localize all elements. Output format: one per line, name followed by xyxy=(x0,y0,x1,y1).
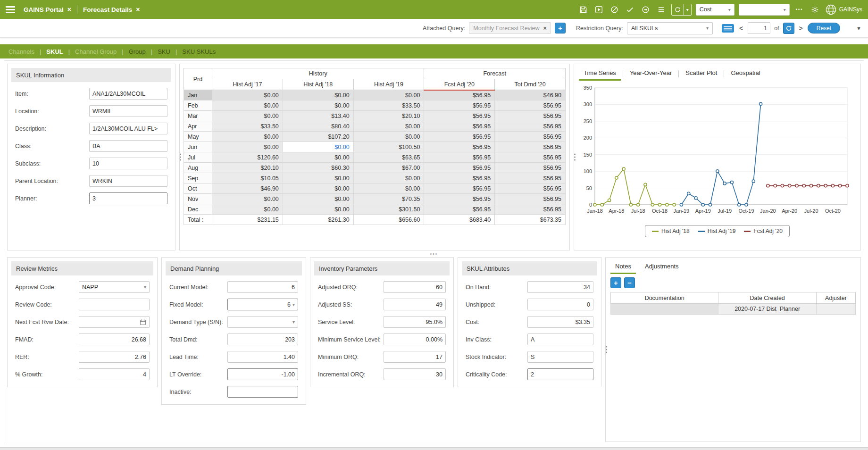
field-input-adjusted-orq[interactable]: 60 xyxy=(384,281,446,293)
grid-cell[interactable]: $70.35 xyxy=(353,194,424,204)
grid-cell[interactable]: $0.00 xyxy=(353,121,424,132)
field-input-location[interactable]: WRMIL xyxy=(89,105,167,117)
grid-cell[interactable]: $20.10 xyxy=(353,111,424,121)
grid-cell[interactable]: $56.95 xyxy=(495,152,566,163)
tab-time-series[interactable]: Time Series xyxy=(579,67,621,81)
field-input-fmad[interactable]: 26.68 xyxy=(79,333,150,345)
legend-item-hist-adj-19[interactable]: Hist Adj '19 xyxy=(698,228,736,234)
field-input-planner[interactable]: 3 xyxy=(89,192,167,204)
column-header-hist-adj-18[interactable]: Hist Adj '18 xyxy=(283,79,353,90)
grid-cell[interactable]: $56.95 xyxy=(424,183,495,194)
close-icon[interactable]: × xyxy=(543,25,547,32)
field-input-rer[interactable]: 2.76 xyxy=(79,351,150,363)
grid-cell[interactable]: $56.95 xyxy=(424,121,495,132)
restriction-query-select[interactable]: All SKULs ▾ xyxy=(627,22,713,34)
field-input-growth[interactable]: 4 xyxy=(79,368,150,380)
tab-gains-portal[interactable]: GAINS Portal × xyxy=(24,6,71,13)
field-input-criticality-code[interactable]: 2 xyxy=(527,368,593,380)
grid-cell[interactable]: $67.00 xyxy=(353,163,424,173)
attached-query-chip[interactable]: Monthly Forecast Review × xyxy=(469,22,551,34)
add-query-button[interactable]: + xyxy=(555,23,566,33)
grid-cell[interactable]: $56.95 xyxy=(424,90,495,100)
arrow-circle-icon[interactable] xyxy=(640,4,651,15)
field-input-item[interactable]: ANA1/2AL30MCOIL xyxy=(89,88,167,100)
grid-cell[interactable]: $56.95 xyxy=(495,163,566,173)
field-input-unshipped[interactable]: 0 xyxy=(527,299,593,310)
grid-row-dec[interactable]: Dec$0.00$0.00$301.50$56.95$56.95 xyxy=(184,204,566,215)
reset-button[interactable]: Reset xyxy=(808,23,840,33)
grid-cell[interactable]: $56.95 xyxy=(495,121,566,132)
grid-cell[interactable]: $56.95 xyxy=(424,111,495,121)
field-input-class[interactable]: BA xyxy=(89,140,167,152)
field-input-next-fcst-rvw-date[interactable] xyxy=(79,316,150,328)
panel-resize-handle[interactable] xyxy=(179,153,182,162)
list-icon[interactable] xyxy=(656,4,667,15)
field-input-incremental-orq[interactable]: 30 xyxy=(384,368,446,380)
prev-record-button[interactable]: < xyxy=(738,25,744,32)
close-icon[interactable]: × xyxy=(136,6,140,13)
collapse-toolbar-icon[interactable]: ▼ xyxy=(856,25,861,31)
grid-cell[interactable]: $56.95 xyxy=(424,100,495,111)
panel-resize-handle[interactable] xyxy=(605,345,608,354)
field-input-cost[interactable]: $3.35 xyxy=(527,316,593,328)
tab-scatter-plot[interactable]: Scatter Plot xyxy=(681,67,722,81)
circle-slash-icon[interactable] xyxy=(609,4,620,15)
legend-item-hist-adj-18[interactable]: Hist Adj '18 xyxy=(652,228,690,234)
grid-cell[interactable]: $46.90 xyxy=(495,90,566,100)
grid-cell[interactable]: $56.95 xyxy=(495,173,566,183)
grid-cell[interactable]: $46.90 xyxy=(212,183,283,194)
tab-adjustments[interactable]: Adjustments xyxy=(640,260,684,274)
chevron-down-icon[interactable]: ▾ xyxy=(684,4,691,15)
field-input-service-level[interactable]: 95.0% xyxy=(384,316,446,328)
grid-cell[interactable]: $0.00 xyxy=(212,100,283,111)
grid-cell[interactable]: $20.10 xyxy=(212,163,283,173)
prd-cell[interactable]: Sep xyxy=(184,173,212,183)
grid-cell[interactable]: $0.00 xyxy=(283,194,353,204)
grid-cell[interactable]: $0.00 xyxy=(212,111,283,121)
keyboard-icon[interactable] xyxy=(721,24,734,33)
tab-skul[interactable]: SKUL xyxy=(46,48,63,55)
prd-cell[interactable]: May xyxy=(184,132,212,142)
grid-cell[interactable]: $80.40 xyxy=(283,121,353,132)
tab-geospatial[interactable]: Geospatial xyxy=(726,67,765,81)
grid-row-oct[interactable]: Oct$46.90$0.00$0.00$56.95$56.95 xyxy=(184,183,566,194)
grid-cell[interactable]: $0.00 xyxy=(353,183,424,194)
prd-cell[interactable]: Mar xyxy=(184,111,212,121)
grid-row-jun[interactable]: Jun$0.00$0.00$100.50$56.95$56.95 xyxy=(184,142,566,152)
more-icon[interactable]: ••• xyxy=(794,4,805,15)
grid-cell[interactable]: $56.95 xyxy=(495,111,566,121)
tab-forecast-details[interactable]: Forecast Details × xyxy=(83,6,140,13)
grid-cell[interactable]: $0.00 xyxy=(212,132,283,142)
field-select-approval-code[interactable]: NAPP▾ xyxy=(79,281,150,293)
notes-column-date-created[interactable]: Date Created xyxy=(718,292,817,304)
grid-cell[interactable]: $56.95 xyxy=(495,142,566,152)
tab-sku-skuls[interactable]: SKU SKULs xyxy=(182,48,216,55)
grid-cell[interactable]: $33.50 xyxy=(212,121,283,132)
prd-cell[interactable]: Dec xyxy=(184,204,212,215)
check-icon[interactable] xyxy=(625,4,636,15)
grid-row-aug[interactable]: Aug$20.10$60.30$67.00$56.95$56.95 xyxy=(184,163,566,173)
prd-cell[interactable]: Jul xyxy=(184,152,212,163)
grid-cell[interactable]: $301.50 xyxy=(353,204,424,215)
next-record-button[interactable]: > xyxy=(798,25,804,32)
grid-cell[interactable]: $100.50 xyxy=(353,142,424,152)
refresh-records-button[interactable] xyxy=(783,23,794,34)
grid-cell[interactable]: $0.00 xyxy=(283,204,353,215)
grid-cell[interactable]: $0.00 xyxy=(283,100,353,111)
field-input-lt-override[interactable]: -1.00 xyxy=(227,368,298,380)
field-input-subclass[interactable]: 10 xyxy=(89,158,167,169)
grid-cell[interactable]: $0.00 xyxy=(283,183,353,194)
legend-item-fcst-adj-20[interactable]: Fcst Adj '20 xyxy=(744,228,783,234)
tab-channel-group[interactable]: Channel Group xyxy=(75,48,117,55)
field-input-lead-time[interactable]: 1.40 xyxy=(227,351,298,363)
grid-cell[interactable]: $56.95 xyxy=(495,132,566,142)
field-input-review-code[interactable] xyxy=(79,299,150,310)
grid-cell[interactable]: $0.00 xyxy=(212,90,283,100)
prd-cell[interactable]: Feb xyxy=(184,100,212,111)
tab-year-over-year[interactable]: Year-Over-Year xyxy=(625,67,676,81)
column-header-hist-adj-19[interactable]: Hist Adj '19 xyxy=(353,79,424,90)
notes-row[interactable]: 2020-07-17 Dist_Planner xyxy=(611,304,856,315)
refresh-icon[interactable] xyxy=(672,4,684,15)
grid-cell[interactable]: $10.05 xyxy=(212,173,283,183)
grid-cell[interactable]: $33.50 xyxy=(353,100,424,111)
